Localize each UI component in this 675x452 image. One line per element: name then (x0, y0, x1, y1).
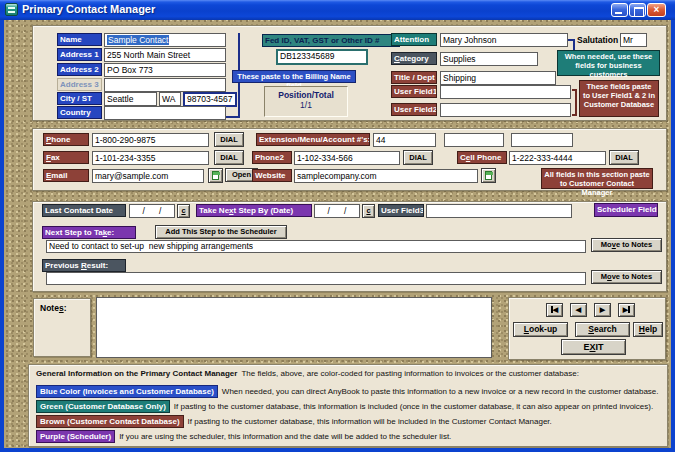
previous-result-field[interactable] (46, 272, 586, 285)
category-label: Category (391, 52, 437, 65)
selected-text: Sample Contact (107, 35, 169, 45)
position-total-panel: Position/Total 1/1 (264, 86, 348, 117)
phone2-field[interactable]: 1-102-334-566 (294, 151, 400, 165)
salutation-field[interactable]: Mr (620, 33, 647, 47)
email-label: Email (43, 169, 89, 182)
title-bar[interactable]: Primary Contact Manager × (0, 0, 675, 20)
next-step-by-field[interactable]: / / (314, 204, 360, 218)
phone2-label: Phone2 (252, 151, 292, 164)
user-field3-label: User Field3 (378, 204, 424, 217)
email-field[interactable]: mary@sample.com (92, 169, 204, 183)
window-border-bottom (0, 448, 675, 452)
fax-field[interactable]: 1-101-234-3355 (92, 151, 209, 165)
title-dept-field[interactable]: Shipping (440, 71, 556, 85)
fed-id-field[interactable]: DB123345689 (276, 49, 368, 65)
window-title: Primary Contact Manager (22, 3, 155, 15)
previous-result-label: Previous Result: (42, 259, 126, 272)
next-step-by-label: Take Next Step By (Date) (196, 204, 312, 217)
brown-color-text: If pasting to the customer database, thi… (188, 417, 552, 426)
email-page-icon (212, 171, 219, 180)
notes-label: Notes: (40, 303, 90, 313)
position-total-value: 1/1 (265, 100, 347, 110)
category-field[interactable]: Supplies (440, 52, 538, 66)
address2-field[interactable]: PO Box 773 (104, 63, 226, 77)
user-field1-label: User Field1 (391, 85, 437, 98)
position-total-label: Position/Total (265, 90, 347, 100)
general-info-title: General Information on the Primary Conta… (36, 369, 237, 378)
info-line-purple: Purple (Scheduler) If you are using the … (36, 430, 451, 443)
extension-field-3[interactable] (511, 133, 573, 147)
user-fields-paste-note: These fields paste to User Field1 & 2 in… (579, 80, 659, 117)
move-previous-result-to-notes-button[interactable]: Move to Notes (591, 270, 662, 284)
business-customers-note: When needed, use these fields for busine… (557, 50, 660, 76)
search-button[interactable]: Search (575, 322, 630, 337)
section-paste-note: All fields in this section paste to Cust… (541, 168, 653, 189)
next-step-to-take-label: Next Step to Take: (42, 226, 136, 239)
user-field2-label: User Field2 (391, 103, 437, 116)
exit-button[interactable]: EXIT (561, 339, 626, 355)
phone-label: Phone (43, 133, 89, 146)
open-website-button[interactable] (481, 168, 496, 183)
address2-label: Address 2 (57, 63, 102, 76)
city-field[interactable]: Seattle (104, 92, 157, 106)
lookup-button[interactable]: Look-up (513, 322, 568, 337)
scheduler-fields-tag: Scheduler Fields (594, 203, 658, 217)
last-contact-calendar-button[interactable]: c (177, 204, 190, 218)
user-field3-field[interactable] (426, 204, 572, 218)
green-color-text: If pasting to the customer database, thi… (174, 402, 653, 411)
next-record-icon: ▶ (600, 306, 605, 313)
name-label: Name (57, 33, 102, 46)
compose-email-button[interactable] (208, 168, 223, 183)
dial-cell-button[interactable]: DIAL (609, 150, 639, 165)
last-contact-date-field[interactable]: / / (129, 204, 175, 218)
zip-field[interactable]: 98703-4567 (183, 92, 237, 107)
cell-phone-label: Cell Phone (457, 151, 507, 164)
help-button[interactable]: Help (633, 322, 663, 337)
cell-phone-field[interactable]: 1-222-333-4444 (509, 151, 606, 165)
last-contact-date-label: Last Contact Date (42, 204, 126, 217)
address1-label: Address 1 (57, 48, 102, 61)
dial-fax-button[interactable]: DIAL (214, 150, 244, 165)
attention-field[interactable]: Mary Johnson (440, 33, 568, 47)
city-state-label: City / ST (57, 92, 102, 105)
phone-field[interactable]: 1-800-290-9875 (92, 133, 209, 147)
blue-color-tag: Blue Color (Invoices and Customer Databa… (36, 385, 218, 398)
website-field[interactable]: samplecompany.com (294, 169, 478, 183)
user-field1-field[interactable] (440, 85, 571, 99)
dial-phone-button[interactable]: DIAL (214, 132, 244, 147)
address3-field[interactable] (104, 78, 226, 92)
notes-textarea[interactable] (96, 297, 492, 358)
record-last-button[interactable]: ▶ (618, 303, 635, 317)
green-color-tag: Green (Customer Database Only) (36, 400, 170, 413)
first-record-icon: ◀ (553, 306, 558, 313)
window-border-right (671, 20, 675, 452)
user-fields-bracket-line (572, 89, 577, 116)
record-first-button[interactable]: ◀ (546, 303, 563, 317)
extension-field-1[interactable]: 44 (373, 133, 436, 147)
extension-field-2[interactable] (444, 133, 504, 147)
record-previous-button[interactable]: ◀ (570, 303, 587, 317)
extension-label: Extension/Menu/Account #'s: (256, 133, 370, 146)
app-icon (5, 3, 18, 16)
next-step-calendar-button[interactable]: c (362, 204, 375, 218)
user-field2-field[interactable] (440, 103, 571, 117)
info-line-blue: Blue Color (Invoices and Customer Databa… (36, 385, 659, 398)
brown-color-tag: Brown (Customer Contact Database) (36, 415, 184, 428)
country-field[interactable] (104, 106, 226, 120)
window-border-left (0, 20, 4, 452)
add-step-to-scheduler-button[interactable]: Add This Step to the Scheduler (155, 225, 287, 239)
dial-phone2-button[interactable]: DIAL (403, 150, 433, 165)
state-field[interactable]: WA (159, 92, 181, 106)
website-page-icon (485, 171, 492, 180)
name-field[interactable]: Sample Contact (104, 33, 226, 47)
move-next-step-to-notes-button[interactable]: Move to Notes (591, 238, 662, 252)
fed-id-label: Fed ID, VAT, GST or Other ID # (262, 34, 400, 47)
maximize-icon[interactable] (629, 3, 646, 17)
next-step-field[interactable]: Need to contact to set-up new shipping a… (46, 240, 586, 253)
close-icon[interactable]: × (647, 3, 666, 17)
title-dept-label: Title / Dept (391, 71, 437, 84)
general-info-intro: The fields, above, are color-coded for p… (241, 369, 579, 378)
record-next-button[interactable]: ▶ (594, 303, 611, 317)
minimize-icon[interactable] (611, 3, 628, 17)
address1-field[interactable]: 255 North Main Street (104, 48, 226, 62)
